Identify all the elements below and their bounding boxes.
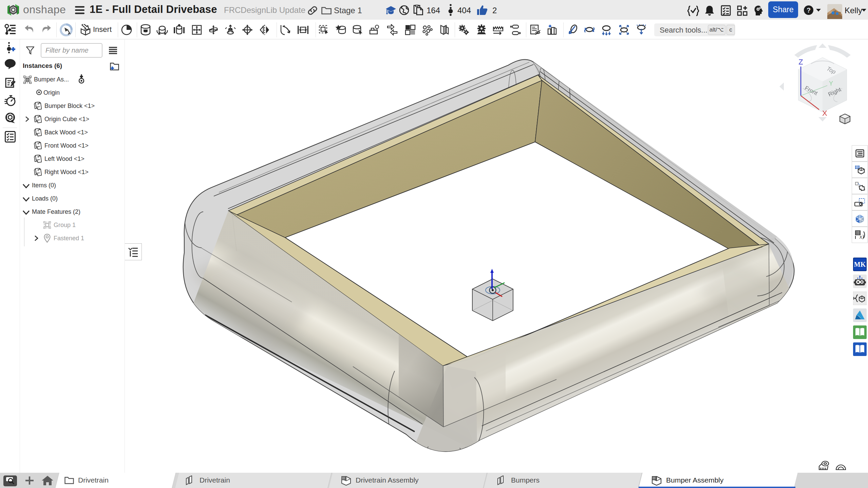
- svg-text:x): x): [859, 233, 864, 239]
- svg-text:?: ?: [807, 6, 811, 14]
- svg-text:X: X: [822, 109, 827, 117]
- svg-text:Z: Z: [798, 58, 803, 66]
- svg-text:Y: Y: [829, 80, 833, 87]
